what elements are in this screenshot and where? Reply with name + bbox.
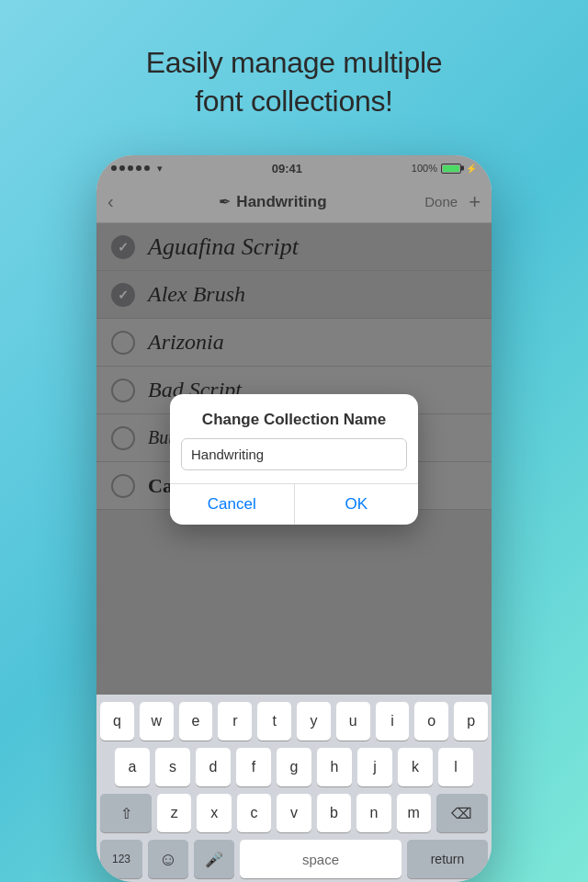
key-r[interactable]: r: [218, 702, 252, 741]
modal-dialog: Change Collection Name Cancel OK: [170, 394, 418, 525]
nav-bar: ‹ ✒ Handwriting Done +: [96, 181, 492, 223]
ok-button[interactable]: OK: [295, 484, 419, 525]
key-k[interactable]: k: [398, 748, 433, 786]
key-i[interactable]: i: [376, 702, 410, 741]
key-a[interactable]: a: [115, 748, 150, 786]
back-button[interactable]: ‹: [107, 187, 121, 216]
signal-dots: [111, 165, 150, 171]
clock: 09:41: [272, 162, 302, 175]
num-key[interactable]: 123: [100, 840, 142, 878]
key-u[interactable]: u: [336, 702, 370, 741]
modal-overlay: Change Collection Name Cancel OK: [96, 223, 492, 695]
key-c[interactable]: c: [237, 794, 271, 832]
key-g[interactable]: g: [277, 748, 311, 786]
return-key[interactable]: return: [407, 840, 488, 878]
key-f[interactable]: f: [236, 748, 271, 786]
key-b[interactable]: b: [317, 794, 351, 832]
key-y[interactable]: y: [297, 702, 331, 741]
collection-name-input[interactable]: [181, 438, 407, 470]
modal-buttons: Cancel OK: [170, 483, 418, 525]
key-s[interactable]: s: [155, 748, 190, 786]
signal-area: ▾: [111, 163, 163, 175]
key-l[interactable]: l: [438, 748, 473, 786]
nav-title-area: ✒ Handwriting: [121, 193, 425, 211]
modal-title: Change Collection Name: [170, 394, 418, 438]
font-list: ✓ Aguafina Script ✓ Alex Brush Arizonia …: [96, 223, 492, 695]
keyboard-row-2: a s d f g h j k l: [100, 748, 488, 786]
key-n[interactable]: n: [356, 794, 390, 832]
battery-pct: 100%: [412, 163, 437, 174]
dot4: [136, 165, 141, 171]
cancel-button[interactable]: Cancel: [170, 484, 295, 525]
emoji-icon: ☺: [159, 849, 177, 870]
phone-frame: ▾ 09:41 100% ⚡ ‹ ✒ Handwriting Done +: [96, 155, 492, 882]
key-z[interactable]: z: [157, 794, 191, 832]
key-h[interactable]: h: [317, 748, 352, 786]
key-o[interactable]: o: [414, 702, 448, 741]
key-p[interactable]: p: [454, 702, 488, 741]
wifi-icon: ▾: [157, 163, 163, 175]
dot5: [144, 165, 150, 171]
shift-key[interactable]: ⇧: [100, 794, 152, 832]
key-q[interactable]: q: [100, 702, 134, 741]
nav-actions: Done +: [424, 190, 481, 214]
key-t[interactable]: t: [257, 702, 291, 741]
dot2: [119, 165, 125, 171]
page-headline: Easily manage multiple font collections!: [146, 44, 442, 120]
modal-input-wrap: [170, 438, 418, 483]
battery-area: 100% ⚡: [412, 163, 477, 174]
key-d[interactable]: d: [196, 748, 231, 786]
keyboard: q w e r t y u i o p a s d f g h j k l ⇧ …: [96, 695, 492, 882]
done-button[interactable]: Done: [424, 194, 458, 209]
status-bar: ▾ 09:41 100% ⚡: [96, 155, 492, 181]
emoji-key[interactable]: ☺: [148, 840, 188, 878]
nav-title: Handwriting: [236, 193, 326, 211]
key-x[interactable]: x: [197, 794, 231, 832]
battery-icon: ⚡: [441, 164, 477, 174]
keyboard-bottom-row: 123 ☺ 🎤 space return: [100, 840, 488, 878]
space-key[interactable]: space: [240, 840, 401, 878]
key-e[interactable]: e: [179, 702, 213, 741]
dot3: [128, 165, 133, 171]
mic-icon: 🎤: [205, 851, 223, 868]
keyboard-row-3: ⇧ z x c v b n m ⌫: [100, 794, 488, 832]
keyboard-row-1: q w e r t y u i o p: [100, 702, 488, 741]
key-m[interactable]: m: [397, 794, 431, 832]
dot1: [111, 165, 117, 171]
key-j[interactable]: j: [357, 748, 392, 786]
pen-icon: ✒: [219, 193, 231, 210]
key-v[interactable]: v: [277, 794, 311, 832]
mic-key[interactable]: 🎤: [194, 840, 234, 878]
add-button[interactable]: +: [469, 190, 481, 214]
backspace-key[interactable]: ⌫: [436, 794, 488, 832]
key-w[interactable]: w: [140, 702, 174, 741]
